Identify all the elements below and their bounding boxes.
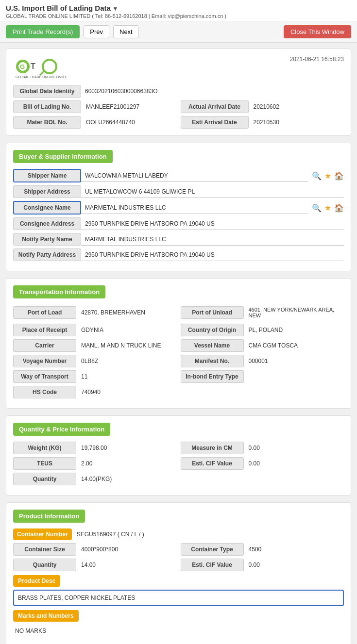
container-type-half: Container Type 4500 [181,543,344,556]
toolbar: Print Trade Record(s) Prev Next Close Th… [0,21,357,43]
voyage-number-label: Voyage Number [13,355,76,367]
measure-cm-half: Measure in CM 0.00 [181,442,344,454]
carrier-value: MANL, M AND N TRUCK LINE [76,340,177,351]
port-of-unload-value: 4601, NEW YORK/NEWARK AREA, NEW [244,304,344,321]
weight-kg-label: Weight (KG) [13,442,76,454]
quantity-price-card: Quantity & Price Information Weight (KG)… [6,415,351,495]
prev-button[interactable]: Prev [84,25,109,38]
mater-bol-half: Mater BOL No. OOLU2664448740 [13,116,177,129]
consignee-icons: 🔍 ★ 🏠 [312,203,344,213]
esti-arrival-date-value: 20210530 [249,116,344,128]
teus-cif-row: TEUS 2.00 Esti. CIF Value 0.00 [13,457,344,470]
voyage-number-value: 0LB8Z [76,355,177,367]
port-of-unload-label: Port of Unload [181,306,244,319]
buyer-supplier-card: Buyer & Supplier Information Shipper Nam… [6,143,351,271]
in-bond-entry-type-label: In-bond Entry Type [181,370,244,383]
buyer-supplier-section-header: Buyer & Supplier Information [13,150,113,163]
consignee-name-row: Consignee Name MARMETAL INDUSTRIES LLC 🔍… [13,201,344,215]
consignee-name-label: Consignee Name [13,201,81,215]
dropdown-arrow-icon[interactable]: ▼ [112,5,118,12]
notify-party-name-row: Notify Party Name MARMETAL INDUSTRIES LL… [13,233,344,246]
voyage-number-half: Voyage Number 0LB8Z [13,355,177,367]
carrier-vessel-row: Carrier MANL, M AND N TRUCK LINE Vessel … [13,339,344,352]
shipper-address-value: UL METALOWCOW 6 44109 GLIWICE PL [81,186,344,198]
place-of-receipt-value: GDYNIA [76,324,177,336]
country-of-origin-label: Country of Origin [181,324,244,336]
timestamp: 2021-06-21 16:58:23 [290,56,344,63]
product-esti-cif-value: 0.00 [244,559,344,571]
port-of-load-label: Port of Load [13,306,76,319]
teus-half: TEUS 2.00 [13,457,177,470]
quantity-label: Quantity [13,473,76,485]
voyage-manifest-row: Voyage Number 0LB8Z Manifest No. 000001 [13,355,344,367]
transportation-section-header: Transportation Information [13,285,105,298]
consignee-home-icon[interactable]: 🏠 [334,203,344,213]
notify-party-name-label: Notify Party Name [13,233,81,246]
bill-of-lading-value: MANLEEF21001297 [81,101,177,113]
place-of-receipt-half: Place of Receipt GDYNIA [13,324,177,336]
actual-arrival-half: Actual Arrival Date 20210602 [181,100,344,113]
shipper-address-label: Shipper Address [13,185,81,198]
port-load-unload-row: Port of Load 42870, BREMERHAVEN Port of … [13,304,344,321]
product-desc-value: BRASS PLATES, COPPER NICKEL PLATES [13,590,344,606]
notify-party-address-value: 2950 TURNPIKE DRIVE HATBORO PA 19040 US [81,249,344,261]
weight-kg-half: Weight (KG) 19,798.00 [13,442,177,454]
country-of-origin-value: PL, POLAND [244,324,344,336]
container-size-label: Container Size [13,543,76,556]
marks-and-numbers-value: NO MARKS [13,624,344,638]
product-quantity-half: Quantity 14.00 [13,559,177,571]
logo-area: G T GLOBAL TRADE ONLINE LIMITED [13,56,67,80]
global-data-identity-label: Global Data Identity [13,85,81,98]
close-button[interactable]: Close This Window [284,25,351,38]
product-desc-label: Product Desc [13,575,60,587]
container-number-row: Container Number SEGU5169097 ( CN / L / … [13,528,344,540]
way-of-transport-label: Way of Transport [13,370,76,383]
bol-half: Bill of Lading No. MANLEEF21001297 [13,100,177,113]
next-button[interactable]: Next [113,25,139,38]
content: G T GLOBAL TRADE ONLINE LIMITED 2021-06-… [0,43,357,644]
container-size-value: 4000*900*800 [76,544,177,555]
manifest-no-value: 000001 [244,355,344,367]
measure-in-cm-label: Measure in CM [181,442,244,454]
logo-row: G T GLOBAL TRADE ONLINE LIMITED 2021-06-… [13,56,344,80]
mater-bol-row: Mater BOL No. OOLU2664448740 Esti Arriva… [13,116,344,129]
mater-bol-value: OOLU2664448740 [81,116,177,128]
esti-cif-value-label: Esti. CIF Value [181,457,244,470]
subtitle: GLOBAL TRADE ONLINE LIMITED ( Tel: 86-51… [6,13,351,19]
product-desc-section: Product Desc BRASS PLATES, COPPER NICKEL… [13,575,344,606]
shipper-name-row: Shipper Name WALCOWNIA METALI LABEDY 🔍 ★… [13,169,344,182]
manifest-no-label: Manifest No. [181,355,244,367]
product-quantity-value: 14.00 [76,559,177,571]
search-icon[interactable]: 🔍 [312,171,322,181]
bill-of-lading-label: Bill of Lading No. [13,100,81,113]
print-button[interactable]: Print Trade Record(s) [6,25,80,38]
consignee-address-value: 2950 TURNPIKE DRIVE HATBORO PA 19040 US [81,218,344,230]
quantity-value: 14.00(PKG) [76,473,344,485]
home-icon[interactable]: 🏠 [334,171,344,181]
transport-inbond-row: Way of Transport 11 In-bond Entry Type [13,370,344,383]
way-of-transport-value: 11 [76,371,177,382]
gto-logo: G T GLOBAL TRADE ONLINE LIMITED [13,56,67,80]
vessel-name-value: CMA CGM TOSCA [244,340,344,351]
product-quantity-cif-row: Quantity 14.00 Esti. CIF Value 0.00 [13,559,344,571]
svg-text:T: T [31,62,35,70]
bol-arrival-row: Bill of Lading No. MANLEEF21001297 Actua… [13,100,344,113]
port-of-load-value: 42870, BREMERHAVEN [76,307,177,318]
carrier-label: Carrier [13,339,76,352]
in-bond-entry-type-value [244,374,344,379]
notify-party-name-value: MARMETAL INDUSTRIES LLC [81,233,344,246]
consignee-address-row: Consignee Address 2950 TURNPIKE DRIVE HA… [13,217,344,230]
country-of-origin-half: Country of Origin PL, POLAND [181,324,344,336]
hs-code-value: 740940 [76,386,344,398]
container-number-label: Container Number [13,528,72,540]
star-icon[interactable]: ★ [324,171,331,181]
product-info-section-header: Product Information [13,510,85,523]
consignee-search-icon[interactable]: 🔍 [312,203,322,213]
consignee-star-icon[interactable]: ★ [324,203,331,213]
shipper-name-label: Shipper Name [13,169,81,182]
transportation-card: Transportation Information Port of Load … [6,278,351,409]
product-quantity-label: Quantity [13,559,76,571]
container-size-type-row: Container Size 4000*900*800 Container Ty… [13,543,344,556]
in-bond-entry-half: In-bond Entry Type [181,370,344,383]
vessel-name-half: Vessel Name CMA CGM TOSCA [181,339,344,352]
